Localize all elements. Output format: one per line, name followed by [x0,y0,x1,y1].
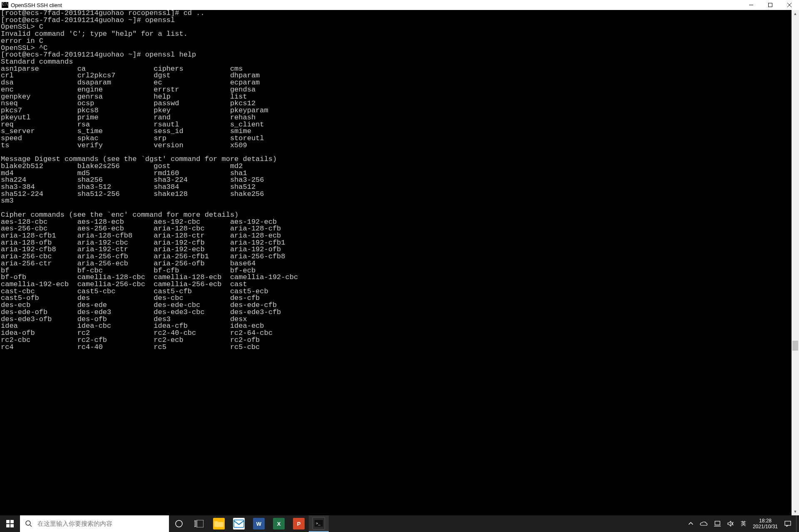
tray-date: 2021/10/31 [753,524,778,530]
taskbar: 在这里输入你要搜索的内容 W X P >_ 英 [0,515,799,532]
svg-point-4 [26,521,30,525]
terminal-line: rc2-cbc rc2-cfb rc2-ecb rc2-ofb [1,337,792,344]
tray-notifications-icon[interactable] [781,515,794,532]
show-desktop-button[interactable] [796,515,799,532]
taskbar-app-explorer[interactable] [209,515,229,532]
system-tray: 英 18:28 2021/10/31 [685,515,799,532]
svg-rect-7 [194,521,196,527]
taskbar-app-excel[interactable]: X [269,515,289,532]
maximize-button[interactable] [761,0,780,10]
terminal-line: error in C [1,38,792,45]
windows-logo-icon [6,520,14,527]
window-title: OpenSSH SSH client [11,2,742,8]
tray-volume-icon[interactable] [724,515,737,532]
svg-line-5 [30,525,32,527]
tray-clock[interactable]: 18:28 2021/10/31 [749,518,781,530]
svg-rect-1 [769,3,772,7]
close-button[interactable] [780,0,799,10]
terminal-line: [root@ecs-7fad-20191214guohao ~]# openss… [1,17,792,24]
terminal-line: sm3 [1,198,792,205]
svg-rect-8 [197,520,203,527]
tray-ime-indicator[interactable]: 英 [737,515,749,532]
search-icon [25,520,32,527]
svg-rect-13 [715,521,720,525]
terminal-line: rc4 rc4-40 rc5 rc5-cbc [1,344,792,351]
terminal-area: [root@ecs-7fad-20191214guohao rocopenssl… [0,10,799,515]
excel-icon: X [273,518,285,530]
task-view-button[interactable] [189,515,209,532]
svg-rect-9 [234,520,244,527]
terminal-line: ts verify version x509 [1,142,792,149]
app-icon [2,2,8,8]
terminal-output[interactable]: [root@ecs-7fad-20191214guohao rocopenssl… [0,10,792,515]
terminal-line: Invalid command 'C'; type "help" for a l… [1,31,792,38]
word-icon: W [253,518,265,530]
start-button[interactable] [0,515,20,532]
terminal-line: pkeyutl prime rand rehash [1,114,792,121]
tray-network-icon[interactable] [711,515,724,532]
terminal-line: [root@ecs-7fad-20191214guohao ~]# openss… [1,52,792,59]
folder-icon [213,518,225,530]
scroll-down-arrow[interactable]: ▼ [792,508,799,515]
svg-rect-17 [785,521,791,525]
svg-text:>_: >_ [316,521,320,525]
taskbar-app-terminal[interactable]: >_ [309,515,329,532]
cortana-button[interactable] [169,515,189,532]
scrollbar-thumb[interactable] [792,341,798,351]
tray-onedrive-icon[interactable] [697,515,711,532]
taskbar-search-input[interactable]: 在这里输入你要搜索的内容 [20,515,169,532]
terminal-icon: >_ [313,517,325,530]
svg-point-6 [176,520,182,527]
taskbar-app-powerpoint[interactable]: P [289,515,309,532]
tray-overflow-button[interactable] [685,515,697,532]
minimize-button[interactable] [742,0,761,10]
window-titlebar: OpenSSH SSH client [0,0,799,10]
vertical-scrollbar[interactable]: ▲ ▼ [792,10,799,515]
taskbar-app-word[interactable]: W [249,515,269,532]
powerpoint-icon: P [293,518,305,530]
taskbar-app-mail[interactable] [229,515,249,532]
tray-time: 18:28 [759,518,772,524]
mail-icon [233,518,245,530]
scroll-up-arrow[interactable]: ▲ [792,10,799,17]
search-placeholder: 在这里输入你要搜索的内容 [37,520,112,528]
